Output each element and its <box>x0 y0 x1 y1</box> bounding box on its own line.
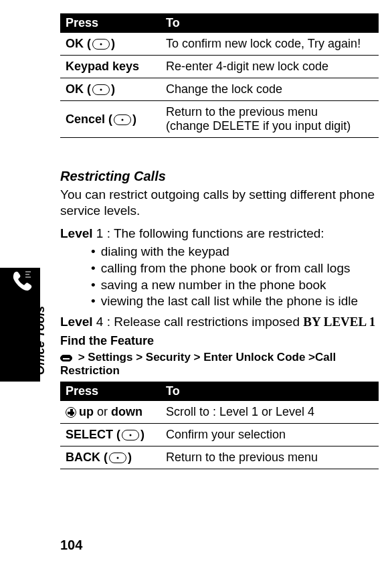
press-label: BACK ( <box>66 451 108 464</box>
list-item: dialing with the keypad <box>99 244 379 260</box>
press-label-close: ) <box>111 82 115 96</box>
down-label: down <box>111 405 142 418</box>
softkey-icon <box>92 84 110 95</box>
table-header-press: Press <box>60 382 161 401</box>
level-4-line: Level 4 : Release call restrictions impo… <box>60 314 379 330</box>
menu-icon <box>60 355 72 361</box>
table-row: OK () Change the lock code <box>60 78 379 101</box>
subsection-heading: Restricting Calls <box>60 169 379 184</box>
softkey-icon <box>92 39 110 50</box>
softkey-icon <box>114 114 131 125</box>
table-row: OK () To confirm new lock code, Try agai… <box>60 33 379 56</box>
to-text: Re-enter 4-digit new lock code <box>161 56 379 78</box>
level-text: Release call restrictions imposed <box>114 315 303 329</box>
press-label: SELECT ( <box>66 428 120 441</box>
level-num: 4 : <box>93 315 114 329</box>
press-label: Keypad keys <box>60 56 161 78</box>
press-label: OK ( <box>66 82 91 96</box>
press-label: Cencel ( <box>66 112 112 126</box>
to-text: Change the lock code <box>161 78 379 101</box>
level-1-line: Level 1 : The following functions are re… <box>60 226 379 242</box>
find-the-feature: Find the Feature <box>60 334 379 348</box>
up-label: up <box>79 405 94 418</box>
to-text: Return to the previous menu <box>161 446 379 469</box>
to-text: Return to the previous menu (change DELE… <box>161 101 379 138</box>
lock-code-actions-table: Press To OK () To confirm new lock code,… <box>60 13 379 138</box>
table-row: up or down Scroll to : Level 1 or Level … <box>60 401 379 424</box>
breadcrumb-text: > Settings > Security > Enter Unlock Cod… <box>60 351 336 377</box>
or-text: or <box>94 405 111 418</box>
table-header-to: To <box>161 382 379 401</box>
table-row: Keypad keys Re-enter 4-digit new lock co… <box>60 56 379 78</box>
press-label-close: ) <box>111 37 115 50</box>
list-item: calling from the phone book or from call… <box>99 260 379 277</box>
softkey-icon <box>109 453 126 463</box>
table-row: Cencel () Return to the previous menu (c… <box>60 101 379 138</box>
level-label: Level <box>60 226 93 240</box>
to-text: Scroll to : Level 1 or Level 4 <box>161 401 379 424</box>
table-row: SELECT () Confirm your selection <box>60 423 379 446</box>
level-label: Level <box>60 315 93 329</box>
table-header-press: Press <box>60 13 161 33</box>
to-text: To confirm new lock code, Try again! <box>161 33 379 56</box>
call-restriction-actions-table: Press To up or down Scroll to : Level 1 … <box>60 382 379 469</box>
list-item: viewing the last call list while the pho… <box>99 293 379 310</box>
press-label-close: ) <box>140 428 144 441</box>
level-num: 1 : <box>93 226 114 240</box>
level-text: The following functions are restricted: <box>114 226 324 240</box>
level-caps: BY LEVEL 1 <box>303 315 375 329</box>
phone-icon <box>7 268 33 295</box>
press-label-close: ) <box>128 451 132 464</box>
softkey-icon <box>122 430 139 440</box>
list-item: saving a new number in the phone book <box>99 277 379 294</box>
press-label: OK ( <box>66 37 91 50</box>
breadcrumb: > Settings > Security > Enter Unlock Cod… <box>60 351 379 378</box>
table-row: BACK () Return to the previous menu <box>60 446 379 469</box>
intro-text: You can restrict outgoing calls by setti… <box>60 187 379 219</box>
page-number: 104 <box>60 538 82 553</box>
manual-page: Office Tools Press To OK () To confirm n… <box>0 0 392 569</box>
press-label-close: ) <box>132 112 136 126</box>
to-text: Confirm your selection <box>161 423 379 446</box>
table-header-to: To <box>161 13 379 33</box>
restrictions-list: dialing with the keypad calling from the… <box>60 244 379 310</box>
side-label: Office Tools <box>33 306 47 375</box>
dpad-icon <box>66 407 76 418</box>
